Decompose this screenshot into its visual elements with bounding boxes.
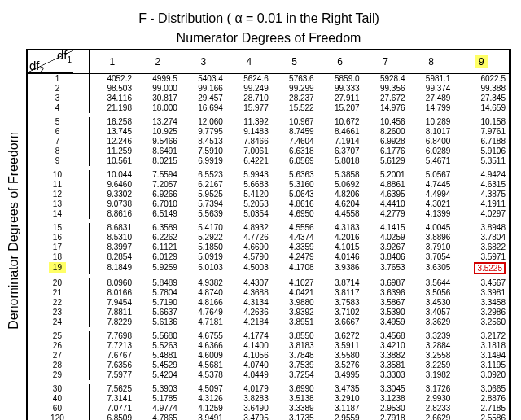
table-cell: 3.6990: [272, 384, 317, 394]
table-cell: 4.0449: [226, 370, 272, 380]
table-cell: 5.9106: [453, 147, 509, 156]
table-cell: 6.3707: [317, 147, 363, 156]
table-cell: 5.7394: [181, 199, 226, 209]
table-cell: 5.1850: [181, 243, 226, 252]
table-row: 208.09605.84894.93824.43074.10273.87143.…: [28, 278, 509, 288]
row-header: 40: [28, 394, 89, 404]
table-cell: 4.3688: [226, 288, 272, 298]
table-cell: 4.3134: [226, 298, 272, 308]
table-cell: 4.2636: [226, 308, 272, 317]
table-cell: 7.8466: [226, 137, 272, 147]
column-header: 3: [181, 50, 226, 73]
table-cell: 4.0421: [272, 288, 317, 298]
table-cell: 6.9928: [363, 137, 409, 147]
table-cell: 4.2016: [317, 233, 363, 243]
table-cell: 3.9491: [181, 413, 226, 421]
table-cell: 4.8206: [317, 190, 363, 199]
table-cell: 3.2259: [409, 361, 454, 370]
table-cell: 4.3021: [409, 199, 454, 209]
table-cell: 5.2001: [363, 170, 409, 180]
table-cell: 7.3141: [89, 394, 135, 404]
table-cell: 5.6136: [135, 317, 181, 327]
table-cell: 3.2172: [453, 331, 509, 341]
table-cell: 3.4795: [226, 413, 272, 421]
highlighted-cell: 3.5225: [474, 262, 506, 274]
table-cell: 3.5390: [363, 308, 409, 317]
table-row: 178.39976.11215.18504.66904.33594.10153.…: [28, 243, 509, 252]
table-cell: 4.5681: [181, 361, 226, 370]
table-cell: 3.2558: [409, 351, 454, 361]
table-cell: 3.8714: [317, 278, 363, 288]
table-cell: 99.333: [317, 84, 363, 94]
table-cell: 12.246: [89, 137, 135, 147]
table-cell: 2.9530: [363, 404, 409, 413]
table-cell: 6.0569: [272, 156, 317, 166]
table-row: 298.50399.00099.16699.24999.29999.33399.…: [28, 84, 509, 94]
table-cell: 3.4995: [317, 370, 363, 380]
table-cell: 3.2986: [453, 308, 509, 317]
table-cell: 5.4881: [135, 351, 181, 361]
table-cell: 2.7918: [363, 413, 409, 421]
row-header: 4: [28, 103, 89, 113]
table-cell: 3.3458: [453, 298, 509, 308]
table-cell: 4999.5: [135, 73, 181, 84]
row-header: 11: [28, 180, 89, 190]
table-cell: 4.6315: [453, 180, 509, 190]
table-cell: 7.8811: [89, 308, 135, 317]
column-header: 6: [317, 50, 363, 73]
table-cell: 5.4671: [409, 156, 454, 166]
title-suffix: = 0.01 in the Right Tail): [243, 11, 379, 25]
table-cell: 8.8616: [89, 209, 135, 219]
table-cell: 3.7102: [317, 308, 363, 317]
table-cell: 28.710: [226, 94, 272, 103]
table-cell: 6.9266: [135, 190, 181, 199]
table-cell: 7.5977: [89, 370, 135, 380]
table-cell: 12.060: [181, 117, 226, 127]
table-cell: 10.044: [89, 170, 135, 180]
table-cell: 3.5867: [363, 298, 409, 308]
table-row: 227.94545.71904.81664.31343.98803.75833.…: [28, 298, 509, 308]
table-cell: 8.0960: [89, 278, 135, 288]
table-cell: 10.925: [135, 127, 181, 137]
table-cell: 15.522: [272, 103, 317, 113]
table-cell: 5.0103: [181, 262, 226, 274]
table-cell: 4.4994: [409, 190, 454, 199]
table-row: 613.74510.9259.77959.14838.74598.46618.2…: [28, 127, 509, 137]
table-cell: 3.1494: [453, 351, 509, 361]
table-cell: 5859.0: [317, 73, 363, 84]
table-cell: 4.0179: [226, 384, 272, 394]
table-cell: 4.6950: [272, 209, 317, 219]
table-cell: 6.1121: [135, 243, 181, 252]
table-cell: 99.000: [135, 84, 181, 94]
table-cell: 15.207: [317, 103, 363, 113]
table-cell: 4.6755: [181, 331, 226, 341]
table-cell: 3.5644: [409, 278, 454, 288]
table-cell: 3.3045: [363, 384, 409, 394]
table-cell: 3.9267: [363, 243, 409, 252]
row-header: 26: [28, 341, 89, 351]
table-cell: 7.9454: [89, 298, 135, 308]
table-cell: 27.672: [363, 94, 409, 103]
table-row: 516.25813.27412.06011.39210.96710.67210.…: [28, 117, 509, 127]
table-row: 257.76985.56804.67554.17743.85503.62723.…: [28, 331, 509, 341]
row-header: 20: [28, 278, 89, 288]
table-cell: 5624.6: [226, 73, 272, 84]
numerator-axis-label: Numerator Degrees of Freedom: [26, 28, 511, 49]
table-cell: 4.0259: [363, 233, 409, 243]
table-cell: 6.3589: [135, 223, 181, 233]
table-cell: 5981.1: [409, 73, 454, 84]
table-row: 148.86166.51495.56395.03544.69504.45584.…: [28, 209, 509, 219]
f-distribution-table: df2 df1 123456789 14052.24999.55403.4562…: [26, 49, 511, 420]
table-cell: 5.6683: [226, 180, 272, 190]
table-cell: 4.0045: [409, 223, 454, 233]
table-row: 287.63565.45294.56814.07403.75393.52763.…: [28, 361, 509, 370]
table-cell: 14.799: [409, 103, 454, 113]
table-cell: 3.1238: [363, 394, 409, 404]
table-cell: 4.6009: [181, 351, 226, 361]
table-cell: 6.2262: [135, 233, 181, 243]
column-header: 8: [409, 50, 454, 73]
table-cell: 3.8117: [317, 288, 363, 298]
table-cell: 99.249: [226, 84, 272, 94]
table-cell: 4.3359: [272, 243, 317, 252]
table-row: 407.31415.17854.31263.82833.51383.29103.…: [28, 394, 509, 404]
